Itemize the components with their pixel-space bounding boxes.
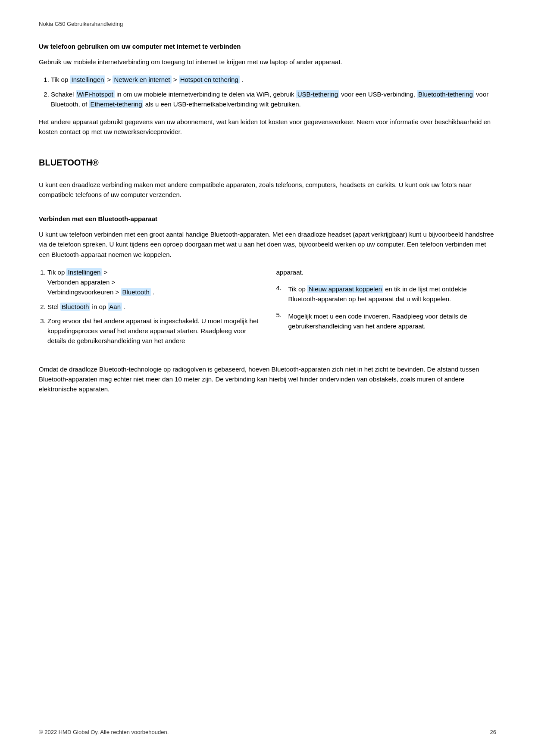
- copyright: © 2022 HMD Global Oy. Alle rechten voorb…: [39, 729, 169, 735]
- step1-highlight-hotspot: Hotspot en tethering: [179, 75, 240, 84]
- bluetooth-conclusion: Omdat de draadloze Bluetooth-technologie…: [39, 364, 496, 394]
- bl-step1-h2: Bluetooth: [121, 288, 151, 296]
- bl-step1-h1: Instellingen: [66, 268, 102, 276]
- bl-step2-t2: in op: [90, 303, 108, 310]
- tethering-footer: Het andere apparaat gebruikt gegevens va…: [39, 117, 496, 137]
- tethering-heading: Uw telefoon gebruiken om uw computer met…: [39, 43, 496, 50]
- step1-text-4: .: [240, 76, 243, 83]
- step2-highlight-wifi: WiFi-hotspot: [76, 90, 115, 98]
- bluetooth-subsection-heading: Verbinden met een Bluetooth-apparaat: [39, 215, 496, 222]
- bluetooth-left-steps: Tik op Instellingen >Verbonden apparaten…: [47, 267, 259, 346]
- step2-highlight-usb: USB-tethering: [296, 90, 339, 98]
- step1-text-1: Tik op: [51, 76, 70, 83]
- step1-highlight-instellingen: Instellingen: [70, 75, 105, 84]
- step2-text-3: voor een USB-verbinding,: [339, 91, 417, 98]
- step1-text-2: >: [105, 76, 113, 83]
- tethering-section: Uw telefoon gebruiken om uw computer met…: [39, 43, 496, 137]
- bl-step1-t3: .: [151, 288, 154, 296]
- step4-highlight: Nieuw apparaat koppelen: [307, 285, 383, 293]
- tethering-steps: Tik op Instellingen > Netwerk en interne…: [51, 75, 496, 109]
- step2-highlight-ethernet: Ethernet-tethering: [89, 100, 143, 108]
- page-number: 26: [490, 729, 496, 735]
- document-title: Nokia G50 Gebruikershandleiding: [39, 21, 123, 27]
- bluetooth-subsection-intro: U kunt uw telefoon verbinden met een gro…: [39, 229, 496, 259]
- bluetooth-step-1: Tik op Instellingen >Verbonden apparaten…: [47, 267, 259, 297]
- bluetooth-steps-columns: Tik op Instellingen >Verbonden apparaten…: [39, 267, 496, 354]
- step1-highlight-netwerk: Netwerk en internet: [113, 75, 171, 84]
- bl-step2-t3: .: [122, 303, 125, 310]
- tethering-step-1: Tik op Instellingen > Netwerk en interne…: [51, 75, 496, 84]
- bluetooth-section: BLUETOOTH® U kunt een draadloze verbindi…: [39, 158, 496, 394]
- step4-text: Tik op Nieuw apparaat koppelen en tik in…: [288, 284, 497, 304]
- bl-step2-h1: Bluetooth: [60, 303, 90, 311]
- page-footer: © 2022 HMD Global Oy. Alle rechten voorb…: [39, 729, 496, 735]
- bluetooth-step-3: Zorg ervoor dat het andere apparaat is i…: [47, 316, 259, 346]
- step2-highlight-bluetooth: Bluetooth-tethering: [417, 90, 474, 98]
- tethering-intro: Gebruik uw mobiele internetverbinding om…: [39, 57, 496, 67]
- bluetooth-step-4: 4. Tik op Nieuw apparaat koppelen en tik…: [276, 284, 497, 304]
- bluetooth-right-column: apparaat. 4. Tik op Nieuw apparaat koppe…: [276, 267, 497, 354]
- bluetooth-heading: BLUETOOTH®: [39, 158, 496, 168]
- page: Nokia G50 Gebruikershandleiding Uw telef…: [0, 0, 535, 756]
- page-header: Nokia G50 Gebruikershandleiding: [39, 21, 496, 27]
- bluetooth-step-2: Stel Bluetooth in op Aan .: [47, 302, 259, 312]
- step2-text-2: in om uw mobiele internetverbinding te d…: [115, 91, 296, 98]
- bluetooth-left-column: Tik op Instellingen >Verbonden apparaten…: [39, 267, 259, 354]
- bluetooth-intro: U kunt een draadloze verbinding maken me…: [39, 180, 496, 200]
- bluetooth-step-5: 5. Mogelijk moet u een code invoeren. Ra…: [276, 311, 497, 331]
- step5-text: Mogelijk moet u een code invoeren. Raadp…: [288, 311, 497, 331]
- step2-text-5: als u een USB-ethernetkabelverbinding wi…: [143, 100, 300, 108]
- step2-text-1: Schakel: [51, 91, 76, 98]
- tethering-step-2: Schakel WiFi-hotspot in om uw mobiele in…: [51, 89, 496, 109]
- bl-step3-text: Zorg ervoor dat het andere apparaat is i…: [47, 317, 258, 345]
- bl-step1-t1: Tik op: [47, 269, 66, 276]
- bl-step2-t1: Stel: [47, 303, 60, 310]
- bl-step2-h2: Aan: [108, 303, 122, 311]
- step1-text-3: >: [172, 76, 179, 83]
- step5-num: 5.: [276, 311, 285, 331]
- bluetooth-step-3-cont: apparaat.: [276, 267, 497, 277]
- step4-num: 4.: [276, 284, 285, 304]
